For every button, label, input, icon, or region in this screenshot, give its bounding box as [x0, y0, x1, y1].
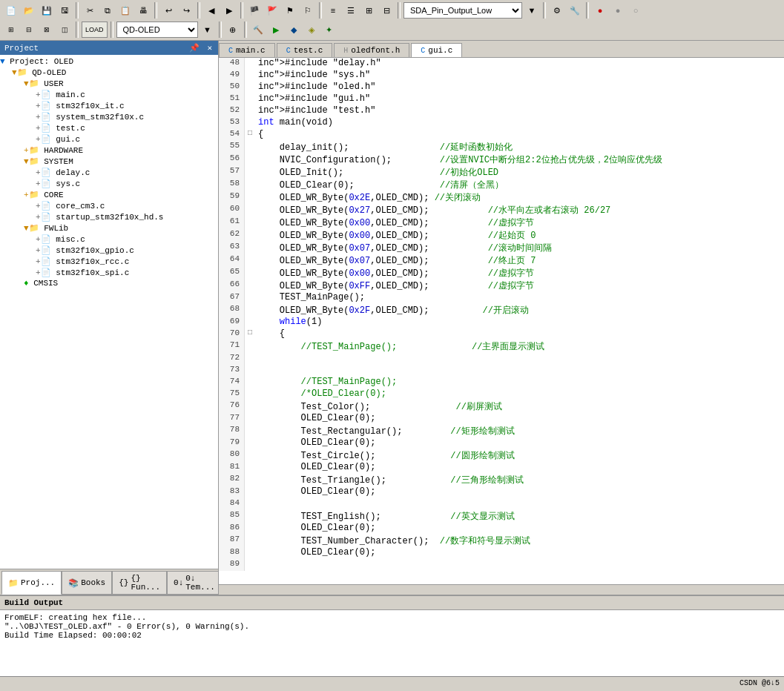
format-btn1[interactable]: ≡: [325, 2, 341, 19]
build-btn5[interactable]: ✦: [321, 22, 337, 38]
fold-icon: [245, 340, 255, 353]
code-tab-oledfont_h[interactable]: Holedfont.h: [334, 43, 409, 57]
load-btn[interactable]: LOAD: [82, 22, 108, 38]
nav-back-button[interactable]: ◀: [203, 2, 220, 19]
view-btn2[interactable]: ⊟: [21, 22, 37, 38]
line-content: OLED_WR_Byte(0x07,OLED_CMD); //终止页 7: [255, 254, 784, 267]
project-tab-proj[interactable]: 📁Proj...: [1, 571, 62, 595]
code-editor[interactable]: 48inc">#include "delay.h"49inc">#include…: [219, 58, 784, 584]
bookmark4-button[interactable]: ⚐: [300, 2, 316, 19]
code-line: 87 TEST_Number_Character(); //数字和符号显示测试: [219, 535, 784, 547]
save-all-button[interactable]: 🖫: [56, 2, 73, 19]
fold-icon: [245, 474, 255, 486]
tool1-button[interactable]: ⚙: [549, 2, 565, 19]
bookmark2-button[interactable]: 🚩: [264, 2, 280, 19]
tree-item[interactable]: ▼📁 SYSTEM: [0, 156, 218, 167]
project-select[interactable]: QD-OLED: [116, 22, 198, 38]
code-line: 81 OLED_Clear(0);: [219, 462, 784, 474]
tree-item[interactable]: ▼📁 QD-OLED: [0, 67, 218, 78]
view-btn3[interactable]: ⊠: [39, 22, 55, 38]
tree-item[interactable]: +📄 startup_stm32f10x_hd.s: [0, 211, 218, 222]
line-content: [255, 498, 784, 510]
tree-item[interactable]: +📄 test.c: [0, 122, 218, 133]
format-btn3[interactable]: ⊞: [360, 2, 377, 19]
tab-file-icon: C: [286, 47, 291, 55]
tree-item[interactable]: ▼📁 FWLib: [0, 222, 218, 234]
tree-item[interactable]: +📄 system_stm32f10x.c: [0, 111, 218, 122]
build-btn3[interactable]: ◆: [286, 22, 302, 38]
horizontal-scrollbar[interactable]: [219, 584, 784, 595]
pause-button[interactable]: ○: [627, 2, 644, 19]
sep10: [111, 22, 113, 38]
code-line: 63 OLED_WR_Byte(0x07,OLED_CMD); //滚动时间间隔: [219, 242, 784, 254]
debug-btn1[interactable]: ⊕: [225, 22, 241, 38]
fold-icon: [245, 105, 255, 117]
tool2-button[interactable]: 🔧: [567, 2, 583, 19]
paste-button[interactable]: 📋: [117, 2, 134, 19]
line-number: 60: [219, 204, 245, 216]
tree-item[interactable]: +📄 misc.c: [0, 234, 218, 245]
format-btn4[interactable]: ⊟: [378, 2, 395, 19]
sep1: [76, 2, 79, 19]
code-line: 61 OLED_WR_Byte(0x00,OLED_CMD); //虚拟字节: [219, 216, 784, 229]
code-tab-gui_c[interactable]: Cgui.c: [411, 43, 462, 57]
line-number: 66: [219, 280, 245, 292]
view-btn4[interactable]: ◫: [56, 22, 73, 38]
bookmark3-button[interactable]: ⚑: [282, 2, 298, 19]
build-btn4[interactable]: ◈: [303, 22, 320, 38]
view-btn1[interactable]: ⊞: [3, 22, 19, 38]
tree-item[interactable]: ♦ CMSIS: [0, 278, 218, 288]
new-file-button[interactable]: 📄: [3, 2, 19, 19]
tree-item[interactable]: +📄 core_cm3.c: [0, 200, 218, 211]
line-number: 58: [219, 179, 245, 191]
project-tab-books[interactable]: 📚Books: [62, 571, 112, 595]
tree-item[interactable]: +📄 gui.c: [0, 133, 218, 145]
target-dropdown[interactable]: ▼: [524, 2, 540, 19]
proj-dropdown[interactable]: ▼: [200, 22, 216, 38]
code-tab-test_c[interactable]: Ctest.c: [277, 43, 333, 57]
fold-icon[interactable]: □: [245, 328, 255, 340]
line-content: inc">#include "test.h": [255, 105, 784, 117]
nav-forward-button[interactable]: ▶: [221, 2, 237, 19]
tree-item[interactable]: ▼📁 USER: [0, 78, 218, 89]
line-content: OLED_Clear(0);: [255, 462, 784, 474]
open-button[interactable]: 📂: [21, 2, 37, 19]
code-line: 89: [219, 559, 784, 571]
tree-item[interactable]: ▼ Project: OLED: [0, 56, 218, 67]
fold-icon[interactable]: □: [245, 129, 255, 141]
undo-button[interactable]: ↩: [160, 2, 177, 19]
code-tab-main_c[interactable]: Cmain.c: [219, 43, 275, 57]
main-layout: Project 📌 ✕ ▼ Project: OLED▼📁 QD-OLED▼📁 …: [0, 41, 784, 595]
project-tab-fun[interactable]: {}{} Fun...: [112, 571, 167, 595]
close-icon[interactable]: ✕: [205, 43, 214, 53]
tree-item[interactable]: +📄 main.c: [0, 89, 218, 100]
tree-item[interactable]: +📄 stm32f10x_rcc.c: [0, 256, 218, 267]
copy-button[interactable]: ⧉: [99, 2, 116, 19]
tree-item[interactable]: +📄 stm32f10x_gpio.c: [0, 245, 218, 256]
fold-icon: [245, 523, 255, 535]
format-btn2[interactable]: ☰: [343, 2, 359, 19]
save-button[interactable]: 💾: [39, 2, 55, 19]
cut-button[interactable]: ✂: [82, 2, 98, 19]
build-btn1[interactable]: 🔨: [250, 22, 266, 38]
pin-icon[interactable]: 📌: [188, 43, 201, 53]
project-tab-tem[interactable]: 0↓0↓ Tem...: [167, 571, 219, 595]
bookmark-button[interactable]: 🏴: [246, 2, 263, 19]
line-number: 48: [219, 58, 245, 70]
tree-item[interactable]: +📄 stm32f10x_spi.c: [0, 267, 218, 278]
line-content: OLED_WR_Byte(0x00,OLED_CMD); //起始页 0: [255, 229, 784, 242]
stop-button[interactable]: ●: [592, 2, 608, 19]
tree-item[interactable]: +📄 stm32f10x_it.c: [0, 100, 218, 111]
tree-item[interactable]: +📄 delay.c: [0, 167, 218, 178]
tree-item[interactable]: +📁 CORE: [0, 189, 218, 200]
run-button[interactable]: ●: [610, 2, 626, 19]
proj-tab-label: Proj...: [21, 578, 55, 587]
tree-item[interactable]: +📄 sys.c: [0, 178, 218, 189]
line-number: 69: [219, 317, 245, 328]
code-line: 64 OLED_WR_Byte(0x07,OLED_CMD); //终止页 7: [219, 254, 784, 267]
target-select[interactable]: SDA_Pin_Output_Low: [403, 2, 522, 19]
build-btn2[interactable]: ▶: [268, 22, 284, 38]
print-button[interactable]: 🖶: [135, 2, 151, 19]
redo-button[interactable]: ↪: [178, 2, 194, 19]
tree-item[interactable]: +📁 HARDWARE: [0, 145, 218, 156]
